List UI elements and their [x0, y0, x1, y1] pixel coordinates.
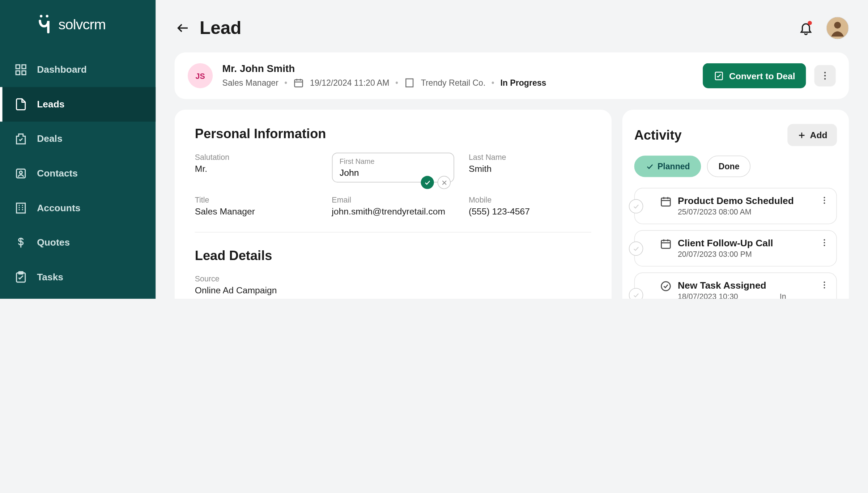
activity-item-time: 18/07/2023 10:30 AM	[678, 292, 741, 299]
notifications-button[interactable]	[799, 21, 813, 35]
contacts-icon	[14, 167, 27, 180]
sidebar-item-quotes[interactable]: Quotes	[0, 225, 156, 260]
convert-to-deal-button[interactable]: Convert to Deal	[703, 63, 806, 88]
svg-rect-2	[16, 65, 20, 69]
activity-item[interactable]: New Task Assigned 18/07/2023 10:30 AM • …	[634, 272, 837, 299]
svg-point-55	[824, 284, 825, 286]
activity-item-time: 20/07/2023 03:00 PM	[678, 250, 814, 259]
svg-rect-8	[17, 203, 25, 213]
sidebar-item-label: Tasks	[37, 272, 63, 283]
quotes-icon	[14, 236, 27, 249]
lead-details-title: Lead Details	[195, 248, 591, 264]
lead-name: Mr. John Smith	[222, 63, 546, 75]
sidebar-item-label: Quotes	[37, 237, 70, 248]
main-nav: Dashboard Leads Deals Contacts Accounts …	[0, 52, 156, 299]
svg-rect-4	[16, 71, 20, 75]
calendar-icon	[660, 196, 672, 208]
activity-item[interactable]: Client Follow-Up Call 20/07/2023 03:00 P…	[634, 230, 837, 267]
activity-item-menu[interactable]	[820, 196, 829, 207]
lead-header: JS Mr. John Smith Sales Manager • 19/12/…	[175, 52, 849, 99]
lead-date: 19/12/2024 11:20 AM	[310, 78, 389, 88]
arrow-left-icon	[176, 21, 190, 35]
sidebar-item-deals[interactable]: Deals	[0, 122, 156, 156]
svg-point-33	[824, 75, 826, 76]
mobile-field[interactable]: Mobile (555) 123-4567	[469, 196, 591, 217]
more-actions-button[interactable]	[814, 65, 836, 86]
source-field[interactable]: Source Online Ad Campaign	[195, 274, 591, 295]
bell-icon	[799, 21, 813, 35]
dashboard-icon	[14, 63, 27, 76]
svg-point-54	[824, 281, 825, 283]
svg-rect-46	[661, 241, 671, 248]
lead-status: In Progress	[501, 78, 546, 88]
sidebar-item-label: Leads	[37, 99, 64, 110]
title-field[interactable]: Title Sales Manager	[195, 196, 318, 217]
details-panel: Personal Information Salutation Mr. Firs…	[175, 110, 612, 299]
add-activity-button[interactable]: Add	[787, 124, 837, 146]
svg-point-44	[824, 200, 825, 201]
more-vertical-icon	[820, 238, 829, 247]
svg-rect-5	[22, 71, 26, 75]
brand-name: solvcrm	[59, 16, 106, 33]
more-vertical-icon	[820, 196, 829, 205]
tab-planned[interactable]: Planned	[634, 156, 701, 177]
svg-point-32	[824, 72, 826, 73]
first-name-field[interactable]: First Name	[332, 153, 455, 182]
svg-point-53	[661, 282, 671, 291]
more-vertical-icon	[820, 280, 829, 290]
salutation-field[interactable]: Salutation Mr.	[195, 153, 318, 182]
close-icon	[441, 179, 447, 186]
check-icon	[424, 179, 431, 186]
activity-panel: Activity Add Planned Done	[622, 110, 849, 299]
activity-complete-checkbox[interactable]	[629, 288, 643, 299]
page-title: Lead	[200, 18, 241, 38]
svg-rect-39	[661, 198, 671, 206]
activity-item-menu[interactable]	[820, 238, 829, 249]
plus-icon	[797, 130, 807, 140]
sidebar-item-accounts[interactable]: Accounts	[0, 191, 156, 225]
sidebar-item-events[interactable]: Events	[0, 294, 156, 299]
cancel-edit-button[interactable]	[438, 176, 451, 189]
sidebar-item-leads[interactable]: Leads	[0, 87, 156, 122]
sidebar: solvcrm Dashboard Leads Deals Contacts A…	[0, 0, 156, 299]
svg-point-34	[824, 78, 826, 80]
calendar-icon	[293, 77, 304, 88]
activity-complete-checkbox[interactable]	[629, 241, 643, 256]
check-icon	[646, 162, 654, 170]
lead-company: Trendy Retail Co.	[421, 78, 486, 88]
svg-rect-28	[406, 79, 413, 87]
confirm-edit-button[interactable]	[421, 176, 434, 189]
sidebar-item-tasks[interactable]: Tasks	[0, 260, 156, 295]
activity-item-priority: Low	[753, 297, 767, 299]
lead-role: Sales Manager	[222, 78, 278, 88]
activity-item[interactable]: Product Demo Scheduled 25/07/2023 08:00 …	[634, 188, 837, 224]
topbar: Lead	[175, 17, 849, 39]
sidebar-item-label: Accounts	[37, 203, 80, 213]
svg-rect-3	[22, 65, 26, 69]
activity-item-menu[interactable]	[820, 280, 829, 292]
svg-point-50	[824, 239, 825, 241]
user-avatar[interactable]	[826, 17, 849, 39]
activity-item-time: 25/07/2023 08:00 AM	[678, 208, 814, 217]
avatar-icon	[827, 17, 848, 39]
sidebar-item-dashboard[interactable]: Dashboard	[0, 52, 156, 87]
back-button[interactable]	[175, 20, 191, 36]
lead-avatar: JS	[188, 63, 213, 88]
activity-complete-checkbox[interactable]	[629, 199, 643, 213]
sidebar-item-label: Dashboard	[37, 64, 87, 75]
activity-list: Product Demo Scheduled 25/07/2023 08:00 …	[634, 188, 837, 299]
svg-point-45	[824, 203, 825, 204]
tab-done[interactable]: Done	[707, 156, 751, 177]
divider	[195, 232, 591, 233]
svg-point-56	[824, 287, 825, 289]
sidebar-item-contacts[interactable]: Contacts	[0, 156, 156, 191]
logo-icon	[37, 14, 52, 35]
activity-item-title: Client Follow-Up Call	[678, 238, 814, 249]
svg-point-23	[834, 22, 841, 29]
email-field[interactable]: Email john.smith@trendyretail.com	[332, 196, 455, 217]
svg-point-52	[824, 245, 825, 246]
svg-point-7	[20, 171, 22, 174]
activity-item-title: New Task Assigned	[678, 280, 814, 291]
last-name-field[interactable]: Last Name Smith	[469, 153, 591, 182]
tasks-icon	[14, 271, 27, 284]
